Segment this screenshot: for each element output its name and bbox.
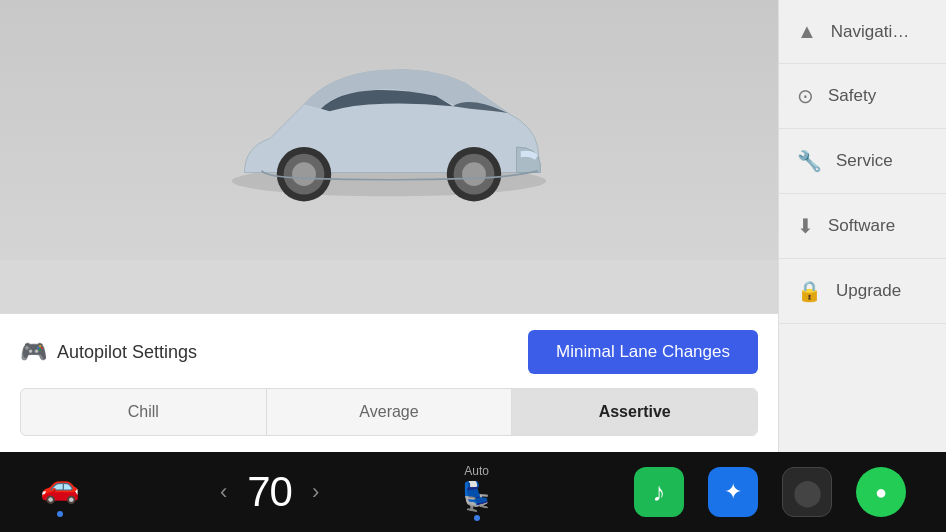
autopilot-panel: 🎮 Autopilot Settings Minimal Lane Change…	[0, 313, 778, 452]
extra-app-button[interactable]: ●	[856, 467, 906, 517]
sidebar-item-service[interactable]: 🔧 Service	[779, 129, 946, 194]
safety-icon: ⊙	[797, 84, 814, 108]
taskbar-car-icon-group[interactable]: 🚗	[40, 467, 80, 517]
speed-display: 70	[247, 468, 292, 516]
car-image	[219, 30, 559, 230]
service-icon: 🔧	[797, 149, 822, 173]
sidebar-item-upgrade[interactable]: 🔒 Upgrade	[779, 259, 946, 324]
car-status-dot	[57, 511, 63, 517]
car-image-container	[0, 0, 778, 260]
mode-selector: Chill Average Assertive	[20, 388, 758, 436]
car-area: 🎮 Autopilot Settings Minimal Lane Change…	[0, 0, 778, 452]
autopilot-title: 🎮 Autopilot Settings	[20, 339, 197, 365]
bluetooth-button[interactable]: ✦	[708, 467, 758, 517]
sidebar-item-safety[interactable]: ⊙ Safety	[779, 64, 946, 129]
upgrade-icon: 🔒	[797, 279, 822, 303]
sidebar-safety-label: Safety	[828, 86, 876, 106]
svg-point-6	[462, 162, 486, 186]
sidebar: ▲ Navigati… ⊙ Safety 🔧 Service ⬇ Softwar…	[778, 0, 946, 452]
auto-label: Auto	[464, 464, 489, 478]
sidebar-upgrade-label: Upgrade	[836, 281, 901, 301]
sidebar-service-label: Service	[836, 151, 893, 171]
car-taskbar-icon: 🚗	[40, 467, 80, 505]
chill-mode-button[interactable]: Chill	[21, 389, 267, 435]
seat-icon: 💺	[459, 480, 494, 513]
svg-point-3	[292, 162, 316, 186]
sidebar-navigation-label: Navigati…	[831, 22, 909, 42]
autopilot-header: 🎮 Autopilot Settings Minimal Lane Change…	[20, 330, 758, 374]
taskbar: 🚗 ‹ 70 › Auto 💺 ♪ ✦ ⬤ ●	[0, 452, 946, 532]
sidebar-software-label: Software	[828, 216, 895, 236]
camera-button[interactable]: ⬤	[782, 467, 832, 517]
assertive-mode-button[interactable]: Assertive	[512, 389, 757, 435]
spotify-button[interactable]: ♪	[634, 467, 684, 517]
speed-control: ‹ 70 ›	[220, 468, 319, 516]
main-area: 🎮 Autopilot Settings Minimal Lane Change…	[0, 0, 946, 452]
steering-wheel-icon: 🎮	[20, 339, 47, 365]
extra-app-icon: ●	[875, 481, 887, 504]
sidebar-item-navigation[interactable]: ▲ Navigati…	[779, 0, 946, 64]
speed-increase-button[interactable]: ›	[312, 479, 319, 505]
sidebar-item-software[interactable]: ⬇ Software	[779, 194, 946, 259]
spotify-icon: ♪	[653, 477, 666, 508]
software-icon: ⬇	[797, 214, 814, 238]
navigation-icon: ▲	[797, 20, 817, 43]
bluetooth-icon: ✦	[724, 479, 742, 505]
autopilot-title-text: Autopilot Settings	[57, 342, 197, 363]
minimal-lane-changes-button[interactable]: Minimal Lane Changes	[528, 330, 758, 374]
seat-status-dot	[474, 515, 480, 521]
average-mode-button[interactable]: Average	[267, 389, 513, 435]
speed-decrease-button[interactable]: ‹	[220, 479, 227, 505]
climate-control[interactable]: Auto 💺	[459, 464, 494, 521]
camera-icon: ⬤	[793, 477, 822, 508]
taskbar-icons: ♪ ✦ ⬤ ●	[634, 467, 906, 517]
